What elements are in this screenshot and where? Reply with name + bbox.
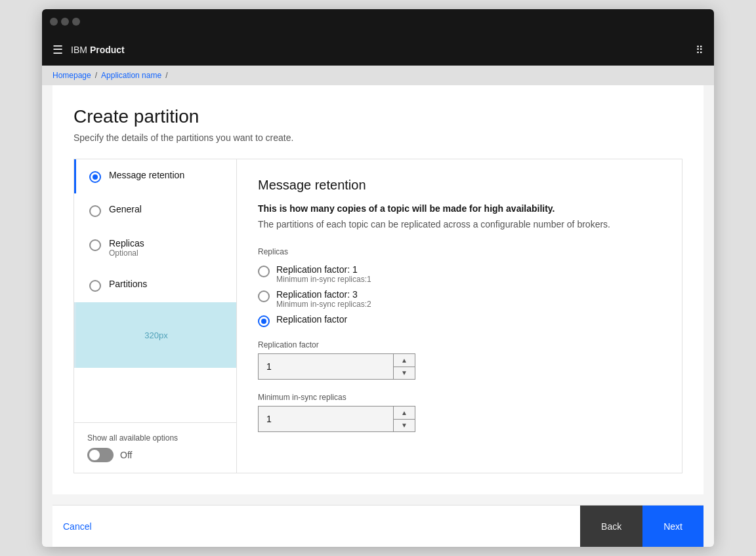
replication-factor-input[interactable] [259, 361, 393, 372]
traffic-light-close[interactable] [50, 18, 58, 26]
section-title: Message retention [258, 178, 661, 193]
radio-general [89, 205, 101, 217]
sidebar-item-partitions[interactable]: Partitions [74, 268, 236, 302]
main-content: Create partition Specify the details of … [52, 85, 704, 494]
sidebar-label-group-general: General [109, 204, 142, 214]
radio-option-rfcustom-label: Replication factor [276, 314, 347, 325]
min-insync-decrement[interactable]: ▼ [394, 420, 415, 432]
topnav-left: ☰ IBM Product [52, 43, 125, 57]
title-bar [42, 9, 714, 34]
replication-factor-group: Replication factor ▲ ▼ [258, 340, 661, 380]
sidebar-label-general: General [109, 204, 142, 214]
sidebar-items: Message retention General [74, 159, 236, 422]
toggle-switch[interactable] [87, 448, 114, 462]
sidebar-sublabel-replicas: Optional [109, 248, 144, 258]
radio-option-rf3-sub: Minimum in-sync replicas:2 [276, 300, 371, 309]
sidebar-label-partitions: Partitions [109, 279, 147, 289]
cancel-button[interactable]: Cancel [52, 521, 102, 532]
replication-factor-controls: ▲ ▼ [393, 354, 415, 379]
traffic-lights [50, 18, 80, 26]
radio-option-rf3-labels: Replication factor: 3 Minimum in-sync re… [276, 289, 371, 309]
back-button[interactable]: Back [580, 506, 642, 547]
min-insync-input[interactable] [259, 414, 393, 424]
replication-factor-decrement[interactable]: ▼ [394, 367, 415, 380]
radio-option-rf1-labels: Replication factor: 1 Minimum in-sync re… [276, 264, 371, 284]
radio-message-retention [89, 171, 101, 183]
right-panel: Message retention This is how many copie… [237, 159, 682, 473]
sidebar-item-message-retention[interactable]: Message retention [74, 159, 236, 193]
radio-input-rfcustom[interactable] [258, 315, 270, 327]
radio-option-rfcustom[interactable]: Replication factor [258, 314, 661, 327]
radio-partitions [89, 280, 101, 292]
sidebar-placeholder: 320px [74, 302, 236, 368]
traffic-light-maximize[interactable] [72, 18, 80, 26]
replication-factor-increment[interactable]: ▲ [394, 354, 415, 367]
radio-option-rf1-label: Replication factor: 1 [276, 264, 371, 275]
sidebar-item-replicas[interactable]: Replicas Optional [74, 228, 236, 268]
replication-factor-label: Replication factor [258, 340, 661, 349]
next-button[interactable]: Next [642, 506, 704, 547]
info-text: The partitions of each topic can be repl… [258, 218, 661, 231]
two-col-layout: Message retention General [74, 159, 682, 473]
traffic-light-minimize[interactable] [61, 18, 69, 26]
brand-ibm: IBM [71, 45, 87, 55]
sidebar-bottom: Show all available options Off [74, 422, 236, 473]
radio-option-rfcustom-labels: Replication factor [276, 314, 347, 325]
radio-option-rf1[interactable]: Replication factor: 1 Minimum in-sync re… [258, 264, 661, 284]
breadcrumb-sep-1: / [95, 71, 97, 80]
radio-option-rf3[interactable]: Replication factor: 3 Minimum in-sync re… [258, 289, 661, 309]
radio-replicas [89, 239, 101, 251]
sidebar-label-group-message-retention: Message retention [109, 170, 184, 180]
min-insync-label: Minimum in-sync replicas [258, 393, 661, 402]
radio-input-rf1[interactable] [258, 266, 270, 277]
sidebar-placeholder-box: 320px [76, 302, 236, 368]
hamburger-icon[interactable]: ☰ [52, 43, 63, 57]
replication-factor-input-wrapper: ▲ ▼ [258, 353, 415, 380]
brand: IBM Product [71, 45, 125, 55]
brand-product: Product [90, 45, 125, 55]
app-window: ☰ IBM Product ⠿ Homepage / Application n… [42, 9, 714, 547]
radio-option-rf3-label: Replication factor: 3 [276, 289, 371, 300]
page-subtitle: Specify the details of the partitions yo… [74, 132, 682, 143]
grid-icon[interactable]: ⠿ [696, 44, 704, 56]
radio-input-rf3[interactable] [258, 290, 270, 302]
footer: Cancel Back Next [52, 505, 704, 547]
toggle-row: Off [87, 448, 223, 462]
toggle-label: Off [120, 450, 132, 460]
sidebar-item-general[interactable]: General [74, 193, 236, 228]
breadcrumb-homepage[interactable]: Homepage [52, 71, 91, 80]
info-title: This is how many copies of a topic will … [258, 203, 661, 214]
breadcrumb-sep-2: / [165, 71, 167, 80]
replicas-field-label: Replicas [258, 247, 661, 256]
radio-option-rf1-sub: Minimum in-sync replicas:1 [276, 275, 371, 284]
page-title: Create partition [74, 106, 682, 127]
sidebar-label-group-replicas: Replicas Optional [109, 238, 144, 258]
nav-buttons: Back Next [580, 506, 704, 547]
min-insync-controls: ▲ ▼ [393, 407, 415, 431]
sidebar-label-replicas: Replicas [109, 238, 144, 248]
show-options-label: Show all available options [87, 433, 223, 443]
toggle-knob [89, 450, 100, 460]
min-insync-input-wrapper: ▲ ▼ [258, 406, 415, 432]
sidebar-label-group-partitions: Partitions [109, 279, 147, 289]
breadcrumb-appname[interactable]: Application name [101, 71, 161, 80]
radio-group-replicas: Replication factor: 1 Minimum in-sync re… [258, 264, 661, 327]
min-insync-group: Minimum in-sync replicas ▲ ▼ [258, 393, 661, 432]
sidebar-label-message-retention: Message retention [109, 170, 184, 180]
min-insync-increment[interactable]: ▲ [394, 407, 415, 420]
sidebar: Message retention General [74, 159, 237, 473]
breadcrumb: Homepage / Application name / [42, 66, 714, 85]
top-nav: ☰ IBM Product ⠿ [42, 34, 714, 66]
